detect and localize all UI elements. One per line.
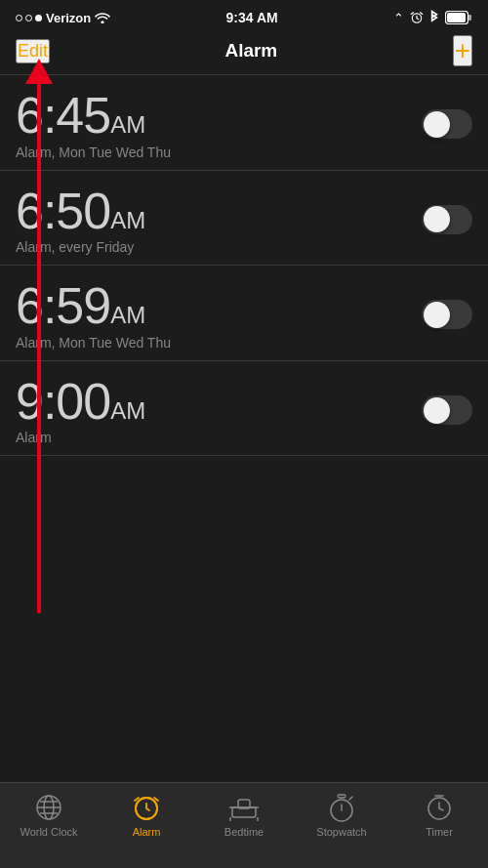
- world-clock-icon: [34, 793, 63, 822]
- alarm-list: 6:45AM Alarm, Mon Tue Wed Thu 6:50AM Ala…: [0, 75, 488, 456]
- status-right: ⌃: [393, 10, 472, 25]
- tab-stopwatch-label: Stopwatch: [316, 826, 366, 838]
- alarm-toggle[interactable]: [422, 300, 472, 329]
- tab-world-clock[interactable]: World Clock: [0, 793, 98, 838]
- alarm-indicator-icon: [410, 11, 424, 24]
- alarm-period: AM: [110, 207, 145, 233]
- arrow-head: [25, 59, 53, 84]
- signal-dots: [16, 15, 42, 21]
- signal-dot-1: [16, 15, 22, 21]
- tab-world-clock-label: World Clock: [20, 826, 77, 838]
- alarm-time: 6:50AM: [16, 185, 410, 238]
- alarm-toggle[interactable]: [422, 395, 472, 425]
- tab-stopwatch[interactable]: Stopwatch: [293, 793, 390, 838]
- toggle-knob: [424, 111, 450, 138]
- tab-bedtime[interactable]: Bedtime: [195, 793, 293, 838]
- alarm-time: 6:45AM: [16, 89, 410, 143]
- bluetooth-icon: [429, 10, 439, 25]
- alarm-label: Alarm, every Friday: [16, 239, 410, 255]
- alarm-time: 6:59AM: [16, 279, 410, 333]
- tab-timer-label: Timer: [426, 826, 453, 838]
- alarm-item: 6:59AM Alarm, Mon Tue Wed Thu: [0, 266, 488, 361]
- tab-alarm-label: Alarm: [133, 826, 161, 838]
- alarm-label: Alarm: [16, 430, 410, 445]
- alarm-item: 6:45AM Alarm, Mon Tue Wed Thu: [0, 75, 488, 171]
- location-icon: ⌃: [393, 11, 404, 25]
- svg-rect-4: [447, 13, 466, 22]
- timer-icon: [425, 793, 454, 822]
- alarm-period: AM: [110, 302, 145, 328]
- svg-point-0: [102, 21, 104, 23]
- bedtime-icon: [229, 793, 259, 822]
- status-left: Verizon: [16, 11, 110, 25]
- alarm-period: AM: [110, 397, 145, 424]
- svg-line-17: [349, 797, 352, 800]
- stopwatch-icon: [327, 793, 356, 822]
- signal-dot-2: [25, 15, 32, 21]
- alarm-info: 6:50AM Alarm, every Friday: [16, 185, 410, 256]
- carrier-label: Verizon: [46, 11, 91, 25]
- tab-bar: World Clock Alarm Bedtime: [0, 782, 488, 868]
- svg-rect-3: [468, 15, 471, 21]
- alarm-toggle[interactable]: [422, 109, 472, 139]
- signal-dot-3: [35, 15, 42, 21]
- page-title: Alarm: [224, 40, 277, 62]
- alarm-info: 6:59AM Alarm, Mon Tue Wed Thu: [16, 279, 410, 351]
- add-alarm-button[interactable]: +: [453, 35, 472, 66]
- alarm-item: 6:50AM Alarm, every Friday: [0, 171, 488, 267]
- tab-bedtime-label: Bedtime: [224, 826, 264, 838]
- wifi-icon: [95, 12, 110, 23]
- status-time: 9:34 AM: [226, 10, 278, 25]
- alarm-period: AM: [110, 111, 145, 138]
- alarm-toggle[interactable]: [422, 205, 472, 234]
- arrow-line: [37, 66, 41, 613]
- alarm-info: 9:00AM Alarm: [16, 375, 410, 446]
- toggle-knob: [424, 206, 450, 232]
- battery-icon: [445, 11, 472, 24]
- tab-alarm[interactable]: Alarm: [98, 793, 195, 838]
- status-bar: Verizon 9:34 AM ⌃: [0, 0, 488, 31]
- navigation-bar: Edit Alarm +: [0, 31, 488, 75]
- toggle-knob: [424, 302, 450, 328]
- tab-timer[interactable]: Timer: [390, 793, 488, 838]
- alarm-label: Alarm, Mon Tue Wed Thu: [16, 335, 410, 351]
- alarm-icon: [132, 793, 161, 822]
- alarm-item: 9:00AM Alarm: [0, 361, 488, 457]
- alarm-info: 6:45AM Alarm, Mon Tue Wed Thu: [16, 89, 410, 160]
- svg-rect-16: [338, 795, 346, 798]
- alarm-time: 9:00AM: [16, 375, 410, 429]
- toggle-knob: [424, 397, 450, 424]
- alarm-label: Alarm, Mon Tue Wed Thu: [16, 145, 410, 160]
